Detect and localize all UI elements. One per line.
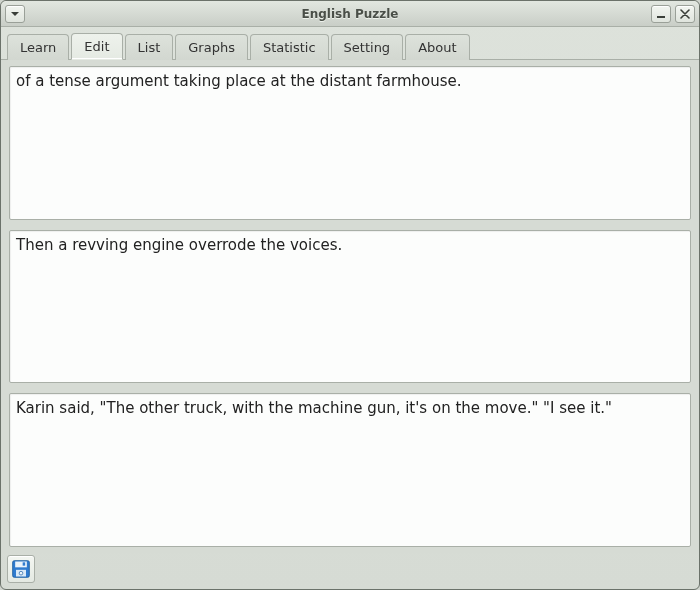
minimize-icon [657, 16, 665, 18]
floppy-disk-icon [11, 559, 31, 579]
close-button[interactable] [675, 5, 695, 23]
sentence-textbox-3[interactable]: Karin said, "The other truck, with the m… [9, 393, 691, 547]
tab-label: About [418, 40, 456, 55]
tab-label: Statistic [263, 40, 316, 55]
tab-statistic[interactable]: Statistic [250, 34, 329, 60]
tab-label: Setting [344, 40, 391, 55]
tab-learn[interactable]: Learn [7, 34, 69, 60]
chevron-down-icon [11, 12, 19, 16]
tab-label: Edit [84, 39, 109, 54]
sentence-textbox-1[interactable]: of a tense argument taking place at the … [9, 66, 691, 220]
titlebar[interactable]: English Puzzle [1, 1, 699, 27]
tabbar: Learn Edit List Graphs Statistic Setting… [1, 31, 699, 60]
edit-panel: of a tense argument taking place at the … [1, 60, 699, 553]
window-controls [651, 5, 695, 23]
tab-label: Graphs [188, 40, 235, 55]
svg-point-4 [19, 571, 23, 575]
minimize-button[interactable] [651, 5, 671, 23]
tab-label: List [138, 40, 161, 55]
close-icon [680, 9, 690, 19]
window-menu-button[interactable] [5, 5, 25, 23]
tab-edit[interactable]: Edit [71, 33, 122, 60]
tab-about[interactable]: About [405, 34, 469, 60]
app-window: English Puzzle Learn Edit List Graphs St… [0, 0, 700, 590]
tab-list[interactable]: List [125, 34, 174, 60]
sentence-textbox-2[interactable]: Then a revving engine overrode the voice… [9, 230, 691, 384]
svg-rect-3 [23, 562, 26, 565]
window-title: English Puzzle [1, 7, 699, 21]
bottom-toolbar [1, 553, 699, 589]
tab-setting[interactable]: Setting [331, 34, 404, 60]
tab-label: Learn [20, 40, 56, 55]
tab-graphs[interactable]: Graphs [175, 34, 248, 60]
save-button[interactable] [7, 555, 35, 583]
